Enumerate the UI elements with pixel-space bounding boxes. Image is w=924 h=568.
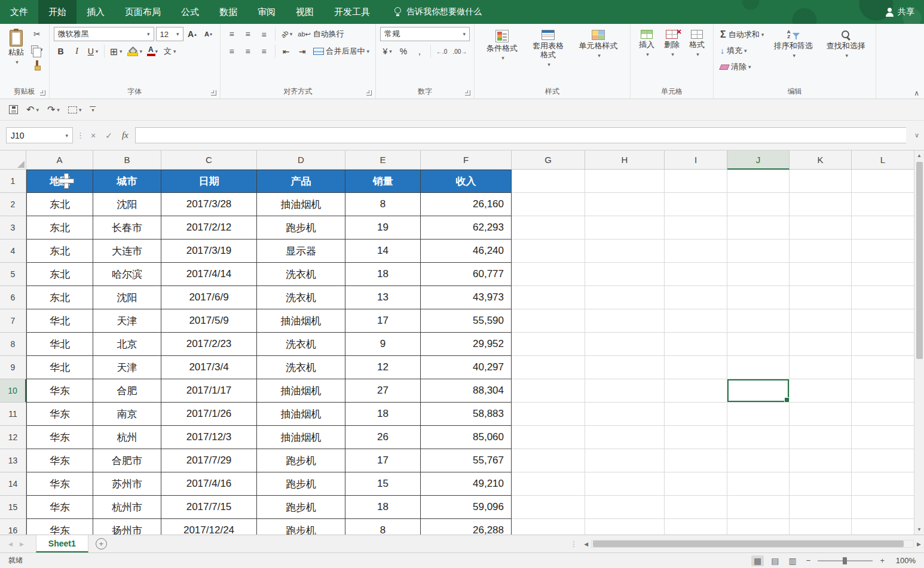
cell-L15[interactable] — [852, 496, 914, 519]
cell-D4[interactable]: 显示器 — [257, 240, 345, 263]
column-header-B[interactable]: B — [93, 151, 161, 170]
row-header-2[interactable]: 2 — [0, 193, 26, 216]
cell-B11[interactable]: 南京 — [93, 403, 161, 426]
accounting-format-button[interactable]: ¥▾ — [380, 44, 394, 59]
cell-D8[interactable]: 洗衣机 — [257, 333, 345, 356]
cell-E2[interactable]: 8 — [345, 193, 421, 216]
cell-G15[interactable] — [512, 496, 585, 519]
cell-D5[interactable]: 洗衣机 — [257, 263, 345, 286]
cell-J14[interactable] — [727, 472, 790, 496]
cell-H14[interactable] — [585, 472, 665, 496]
cell-D3[interactable]: 跑步机 — [257, 216, 345, 240]
cell-A6[interactable]: 东北 — [26, 286, 93, 309]
cell-H3[interactable] — [585, 216, 665, 240]
hscroll-left-icon[interactable]: ◀ — [581, 541, 591, 547]
cell-B1[interactable]: 城市 — [93, 170, 161, 193]
cell-D6[interactable]: 洗衣机 — [257, 286, 345, 309]
cell-A5[interactable]: 东北 — [26, 263, 93, 286]
cell-C10[interactable]: 2017/1/17 — [161, 379, 257, 403]
zoom-slider-thumb[interactable] — [843, 557, 847, 564]
cell-D12[interactable]: 抽油烟机 — [257, 426, 345, 449]
cell-I6[interactable] — [665, 286, 727, 309]
custom-tool-button[interactable]: ▾ — [65, 102, 85, 118]
fill-button[interactable]: ↓填充▾ — [718, 43, 766, 59]
menu-tab-页面布局[interactable]: 页面布局 — [115, 0, 171, 24]
cell-F7[interactable]: 55,590 — [421, 309, 512, 333]
cell-L16[interactable] — [852, 519, 914, 535]
align-center-button[interactable]: ≡ — [241, 44, 255, 59]
cell-B14[interactable]: 苏州市 — [93, 472, 161, 496]
cell-F10[interactable]: 88,304 — [421, 379, 512, 403]
cell-I9[interactable] — [665, 356, 727, 379]
cell-I5[interactable] — [665, 263, 727, 286]
cell-L12[interactable] — [852, 426, 914, 449]
cell-B10[interactable]: 合肥 — [93, 379, 161, 403]
cell-I13[interactable] — [665, 449, 727, 472]
formula-bar-expand-button[interactable]: ∨ — [910, 131, 924, 139]
row-header-12[interactable]: 12 — [0, 426, 26, 449]
redo-button[interactable]: ↷▾ — [44, 102, 63, 118]
cell-H11[interactable] — [585, 403, 665, 426]
cell-K14[interactable] — [790, 472, 852, 496]
name-box[interactable]: J10▾ — [6, 127, 73, 143]
cell-G7[interactable] — [512, 309, 585, 333]
cell-B2[interactable]: 沈阳 — [93, 193, 161, 216]
menu-tab-插入[interactable]: 插入 — [77, 0, 115, 24]
vertical-scrollbar[interactable]: ▲ ▼ — [914, 151, 924, 535]
row-header-10[interactable]: 10 — [0, 379, 26, 403]
cell-H8[interactable] — [585, 333, 665, 356]
delete-cells-button[interactable]: × 删除 ▾ — [660, 27, 684, 60]
scroll-up-icon[interactable]: ▲ — [917, 151, 922, 161]
cell-K2[interactable] — [790, 193, 852, 216]
cell-C7[interactable]: 2017/5/9 — [161, 309, 257, 333]
cell-J12[interactable] — [727, 426, 790, 449]
column-header-L[interactable]: L — [852, 151, 914, 170]
cell-J1[interactable] — [727, 170, 790, 193]
cell-L6[interactable] — [852, 286, 914, 309]
cell-H16[interactable] — [585, 519, 665, 535]
cell-D11[interactable]: 抽油烟机 — [257, 403, 345, 426]
cell-J6[interactable] — [727, 286, 790, 309]
cell-B12[interactable]: 杭州 — [93, 426, 161, 449]
column-header-K[interactable]: K — [790, 151, 852, 170]
cell-A14[interactable]: 华东 — [26, 472, 93, 496]
increase-indent-button[interactable]: ⇥ — [295, 44, 310, 59]
cell-G2[interactable] — [512, 193, 585, 216]
align-left-button[interactable]: ≡ — [225, 44, 239, 59]
column-header-A[interactable]: A — [26, 151, 93, 170]
cell-G8[interactable] — [512, 333, 585, 356]
conditional-formatting-button[interactable]: 条件格式 ▾ — [479, 27, 525, 64]
cell-E12[interactable]: 26 — [345, 426, 421, 449]
cell-L5[interactable] — [852, 263, 914, 286]
clipboard-dialog-launcher[interactable] — [40, 90, 45, 96]
align-bottom-button[interactable]: ≡ — [257, 27, 271, 41]
font-dialog-launcher[interactable] — [211, 90, 216, 96]
normal-view-button[interactable]: ▦ — [751, 555, 764, 566]
cell-L2[interactable] — [852, 193, 914, 216]
cell-E10[interactable]: 27 — [345, 379, 421, 403]
cell-F16[interactable]: 26,288 — [421, 519, 512, 535]
cell-F3[interactable]: 62,293 — [421, 216, 512, 240]
cell-C1[interactable]: 日期 — [161, 170, 257, 193]
cell-G16[interactable] — [512, 519, 585, 535]
column-header-H[interactable]: H — [585, 151, 665, 170]
cell-A15[interactable]: 华东 — [26, 496, 93, 519]
menu-tab-审阅[interactable]: 审阅 — [247, 0, 286, 24]
cell-H5[interactable] — [585, 263, 665, 286]
cell-K1[interactable] — [790, 170, 852, 193]
autosum-button[interactable]: Σ自动求和▾ — [718, 27, 766, 42]
row-header-9[interactable]: 9 — [0, 356, 26, 379]
page-break-view-button[interactable]: ▥ — [787, 555, 799, 566]
cell-I11[interactable] — [665, 403, 727, 426]
cell-E4[interactable]: 14 — [345, 240, 421, 263]
row-header-7[interactable]: 7 — [0, 309, 26, 333]
cell-F6[interactable]: 43,973 — [421, 286, 512, 309]
row-header-8[interactable]: 8 — [0, 333, 26, 356]
cell-G11[interactable] — [512, 403, 585, 426]
cell-C15[interactable]: 2017/7/15 — [161, 496, 257, 519]
cell-I1[interactable] — [665, 170, 727, 193]
formula-input[interactable] — [135, 127, 906, 143]
cell-K12[interactable] — [790, 426, 852, 449]
cell-I4[interactable] — [665, 240, 727, 263]
column-header-I[interactable]: I — [665, 151, 727, 170]
